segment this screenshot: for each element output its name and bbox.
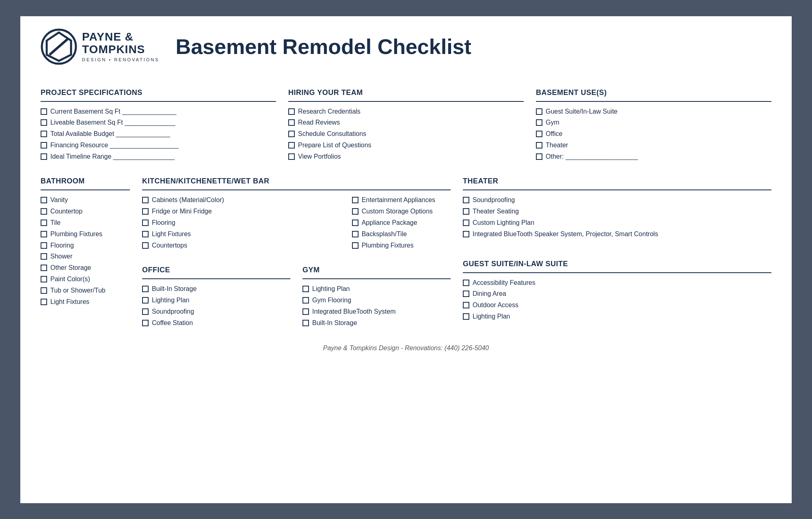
checkbox[interactable] <box>41 153 47 160</box>
checkbox[interactable] <box>302 286 309 292</box>
checkbox[interactable] <box>463 302 469 308</box>
checkbox[interactable] <box>142 297 149 304</box>
checkbox[interactable] <box>463 291 469 297</box>
list-item: Paint Color(s) <box>41 275 130 284</box>
list-item: View Portfolios <box>288 153 524 161</box>
top-row: PROJECT SPECIFICATIONS Current Basement … <box>41 81 771 166</box>
office-section: OFFICE Built-In Storage Lighting Plan So… <box>142 258 290 330</box>
list-item: Flooring <box>41 241 130 250</box>
kitchen-col2: Entertainment Appliances Custom Storage … <box>352 196 451 252</box>
checkbox[interactable] <box>352 208 358 215</box>
checkbox[interactable] <box>463 208 469 215</box>
checkbox[interactable] <box>41 242 47 249</box>
checkbox[interactable] <box>288 131 295 137</box>
checkbox[interactable] <box>302 297 309 304</box>
list-item: Countertops <box>142 241 241 250</box>
list-item: Vanity <box>41 196 130 205</box>
list-item: Lighting Plan <box>463 312 771 321</box>
logo-text: PAYNE &TOMPKINS DESIGN • RENOVATIONS <box>82 31 160 62</box>
gym-section: GYM Lighting Plan Gym Flooring Integrate… <box>302 258 451 330</box>
checkbox[interactable] <box>142 308 149 315</box>
checkbox[interactable] <box>41 142 47 149</box>
list-item: Fridge or Mini Fridge <box>142 207 241 216</box>
list-item: Gym <box>536 118 771 127</box>
checkbox[interactable] <box>302 320 309 326</box>
office-gym-row: OFFICE Built-In Storage Lighting Plan So… <box>142 258 451 332</box>
checkbox[interactable] <box>463 280 469 286</box>
list-item: Tile <box>41 219 130 227</box>
checkbox[interactable] <box>536 131 542 137</box>
list-item: Flooring <box>142 219 241 227</box>
list-item: Guest Suite/In-Law Suite <box>536 108 771 116</box>
checkbox[interactable] <box>142 220 149 226</box>
checkbox[interactable] <box>41 131 47 137</box>
list-item: Lighting Plan <box>142 296 290 305</box>
checkbox[interactable] <box>463 197 469 203</box>
theater-guest-col: THEATER Soundproofing Theater Seating Cu… <box>463 170 771 332</box>
checkbox[interactable] <box>41 276 47 282</box>
checkbox[interactable] <box>142 208 149 215</box>
list-item: Financing Resource ___________________ <box>41 141 276 150</box>
list-item: Light Fixtures <box>41 298 130 306</box>
checkbox[interactable] <box>352 242 358 249</box>
checkbox[interactable] <box>41 265 47 271</box>
list-item: Custom Storage Options <box>352 207 451 216</box>
list-item: Plumbing Fixtures <box>352 241 451 250</box>
checkbox[interactable] <box>41 119 47 126</box>
checkbox[interactable] <box>142 242 149 249</box>
guest-suite-title: GUEST SUITE/IN-LAW SUITE <box>463 260 771 268</box>
gym-title: GYM <box>302 266 451 274</box>
office-title: OFFICE <box>142 266 290 274</box>
kitchen-col2-spacer <box>247 196 251 252</box>
list-item: Appliance Package <box>352 219 451 227</box>
checkbox[interactable] <box>536 108 542 115</box>
list-item: Plumbing Fixtures <box>41 230 130 239</box>
checkbox[interactable] <box>288 108 295 115</box>
list-item: Entertainment Appliances <box>352 196 451 205</box>
checkbox[interactable] <box>302 308 309 315</box>
page-title: Basement Remodel Checklist <box>176 34 471 59</box>
basement-uses-title: BASEMENT USE(S) <box>536 88 771 97</box>
list-item: Lighting Plan <box>302 285 451 293</box>
checkbox[interactable] <box>536 153 542 160</box>
checkbox[interactable] <box>352 197 358 203</box>
list-item: Soundproofing <box>463 196 771 205</box>
checkbox[interactable] <box>41 208 47 215</box>
checkbox[interactable] <box>41 253 47 260</box>
checkbox[interactable] <box>288 153 295 160</box>
footer-text: Payne & Tompkins Design - Renovations: (… <box>323 345 489 351</box>
checkbox[interactable] <box>41 108 47 115</box>
basement-uses-section: BASEMENT USE(S) Guest Suite/In-Law Suite… <box>536 81 771 164</box>
project-specs-section: PROJECT SPECIFICATIONS Current Basement … <box>41 81 276 164</box>
list-item: Accessibility Features <box>463 279 771 287</box>
list-item: Shower <box>41 252 130 261</box>
list-item: Light Fixtures <box>142 230 241 239</box>
checkbox[interactable] <box>142 320 149 326</box>
checkbox[interactable] <box>41 299 47 305</box>
list-item: Integrated BlueTooth System <box>302 308 451 316</box>
checkbox[interactable] <box>536 119 542 126</box>
guest-suite-section: GUEST SUITE/IN-LAW SUITE Accessibility F… <box>463 252 771 324</box>
checkbox[interactable] <box>41 231 47 237</box>
checkbox[interactable] <box>41 287 47 294</box>
list-item: Cabinets (Material/Color) <box>142 196 241 205</box>
checkbox[interactable] <box>352 231 358 237</box>
checkbox[interactable] <box>463 313 469 320</box>
list-item: Integrated BlueTooth Speaker System, Pro… <box>463 230 771 239</box>
header: PAYNE &TOMPKINS DESIGN • RENOVATIONS Bas… <box>41 28 771 69</box>
kitchen-title: KITCHEN/KITCHENETTE/WET BAR <box>142 177 451 185</box>
list-item: Tub or Shower/Tub <box>41 286 130 295</box>
checkbox[interactable] <box>41 197 47 203</box>
checkbox[interactable] <box>463 220 469 226</box>
checkbox[interactable] <box>41 220 47 226</box>
kitchen-col1: Cabinets (Material/Color) Fridge or Mini… <box>142 196 241 252</box>
checkbox[interactable] <box>352 220 358 226</box>
checkbox[interactable] <box>142 286 149 292</box>
checkbox[interactable] <box>288 119 295 126</box>
checkbox[interactable] <box>288 142 295 149</box>
list-item: Dining Area <box>463 290 771 298</box>
checkbox[interactable] <box>142 231 149 237</box>
checkbox[interactable] <box>463 231 469 237</box>
checkbox[interactable] <box>142 197 149 203</box>
checkbox[interactable] <box>536 142 542 149</box>
